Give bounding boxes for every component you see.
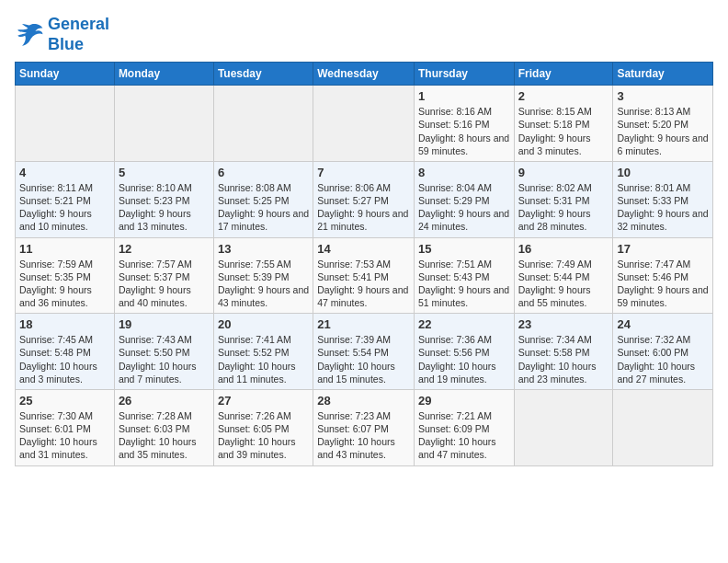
day-info: Sunrise: 8:04 AM Sunset: 5:29 PM Dayligh… bbox=[418, 181, 510, 234]
day-info: Sunrise: 7:30 AM Sunset: 6:01 PM Dayligh… bbox=[19, 409, 110, 462]
day-info: Sunrise: 7:47 AM Sunset: 5:46 PM Dayligh… bbox=[617, 258, 709, 310]
calendar-cell: 2Sunrise: 8:15 AM Sunset: 5:18 PM Daylig… bbox=[514, 86, 613, 162]
day-info: Sunrise: 7:53 AM Sunset: 5:41 PM Dayligh… bbox=[317, 258, 410, 310]
day-number: 17 bbox=[617, 242, 709, 256]
calendar-header-row: SundayMondayTuesdayWednesdayThursdayFrid… bbox=[16, 63, 713, 86]
calendar-cell: 13Sunrise: 7:55 AM Sunset: 5:39 PM Dayli… bbox=[213, 237, 313, 314]
day-info: Sunrise: 8:01 AM Sunset: 5:33 PM Dayligh… bbox=[617, 181, 709, 234]
day-info: Sunrise: 7:41 AM Sunset: 5:52 PM Dayligh… bbox=[218, 333, 309, 385]
calendar-cell: 26Sunrise: 7:28 AM Sunset: 6:03 PM Dayli… bbox=[114, 389, 213, 465]
calendar-cell: 17Sunrise: 7:47 AM Sunset: 5:46 PM Dayli… bbox=[613, 237, 713, 314]
logo-text: General Blue bbox=[48, 15, 109, 54]
day-info: Sunrise: 7:28 AM Sunset: 6:03 PM Dayligh… bbox=[119, 409, 210, 462]
calendar-week-row: 25Sunrise: 7:30 AM Sunset: 6:01 PM Dayli… bbox=[16, 389, 713, 465]
calendar-cell: 20Sunrise: 7:41 AM Sunset: 5:52 PM Dayli… bbox=[213, 314, 313, 390]
day-number: 24 bbox=[617, 317, 709, 331]
day-number: 25 bbox=[19, 394, 110, 408]
day-info: Sunrise: 7:49 AM Sunset: 5:44 PM Dayligh… bbox=[518, 258, 609, 310]
day-info: Sunrise: 7:55 AM Sunset: 5:39 PM Dayligh… bbox=[218, 258, 309, 310]
calendar-cell: 18Sunrise: 7:45 AM Sunset: 5:48 PM Dayli… bbox=[16, 314, 115, 390]
day-number: 21 bbox=[317, 317, 410, 331]
day-number: 4 bbox=[19, 166, 110, 179]
calendar-cell: 21Sunrise: 7:39 AM Sunset: 5:54 PM Dayli… bbox=[313, 314, 415, 390]
day-number: 27 bbox=[218, 394, 309, 408]
day-info: Sunrise: 7:32 AM Sunset: 6:00 PM Dayligh… bbox=[617, 333, 709, 385]
calendar-cell: 29Sunrise: 7:21 AM Sunset: 6:09 PM Dayli… bbox=[414, 389, 514, 465]
day-info: Sunrise: 7:51 AM Sunset: 5:43 PM Dayligh… bbox=[418, 258, 510, 310]
day-info: Sunrise: 8:06 AM Sunset: 5:27 PM Dayligh… bbox=[317, 181, 410, 234]
calendar-week-row: 11Sunrise: 7:59 AM Sunset: 5:35 PM Dayli… bbox=[16, 237, 713, 314]
day-info: Sunrise: 8:11 AM Sunset: 5:21 PM Dayligh… bbox=[19, 181, 110, 234]
day-number: 6 bbox=[218, 166, 309, 179]
calendar-cell: 9Sunrise: 8:02 AM Sunset: 5:31 PM Daylig… bbox=[514, 161, 613, 237]
day-number: 18 bbox=[19, 317, 110, 331]
day-info: Sunrise: 7:23 AM Sunset: 6:07 PM Dayligh… bbox=[317, 409, 410, 462]
header-tuesday: Tuesday bbox=[213, 63, 313, 86]
day-number: 9 bbox=[518, 166, 609, 179]
calendar-cell: 12Sunrise: 7:57 AM Sunset: 5:37 PM Dayli… bbox=[114, 237, 213, 314]
day-info: Sunrise: 7:57 AM Sunset: 5:37 PM Dayligh… bbox=[119, 258, 210, 310]
day-number: 7 bbox=[317, 166, 410, 179]
calendar-cell: 22Sunrise: 7:36 AM Sunset: 5:56 PM Dayli… bbox=[414, 314, 514, 390]
day-info: Sunrise: 7:39 AM Sunset: 5:54 PM Dayligh… bbox=[317, 333, 410, 385]
day-number: 16 bbox=[518, 242, 609, 256]
day-number: 14 bbox=[317, 242, 410, 256]
day-info: Sunrise: 7:21 AM Sunset: 6:09 PM Dayligh… bbox=[418, 409, 510, 462]
day-number: 19 bbox=[119, 317, 210, 331]
calendar-cell: 4Sunrise: 8:11 AM Sunset: 5:21 PM Daylig… bbox=[16, 161, 115, 237]
day-info: Sunrise: 7:36 AM Sunset: 5:56 PM Dayligh… bbox=[418, 333, 510, 385]
calendar-cell: 3Sunrise: 8:13 AM Sunset: 5:20 PM Daylig… bbox=[613, 86, 713, 162]
calendar-cell: 27Sunrise: 7:26 AM Sunset: 6:05 PM Dayli… bbox=[213, 389, 313, 465]
day-info: Sunrise: 8:16 AM Sunset: 5:16 PM Dayligh… bbox=[418, 105, 510, 157]
day-info: Sunrise: 7:34 AM Sunset: 5:58 PM Dayligh… bbox=[518, 333, 609, 385]
logo-bird-icon bbox=[15, 22, 44, 48]
calendar-cell: 19Sunrise: 7:43 AM Sunset: 5:50 PM Dayli… bbox=[114, 314, 213, 390]
calendar-table: SundayMondayTuesdayWednesdayThursdayFrid… bbox=[15, 62, 713, 465]
header-friday: Friday bbox=[514, 63, 613, 86]
page-header: General Blue bbox=[15, 15, 713, 54]
calendar-cell: 1Sunrise: 8:16 AM Sunset: 5:16 PM Daylig… bbox=[414, 86, 514, 162]
day-info: Sunrise: 8:10 AM Sunset: 5:23 PM Dayligh… bbox=[119, 181, 210, 234]
calendar-cell: 11Sunrise: 7:59 AM Sunset: 5:35 PM Dayli… bbox=[16, 237, 115, 314]
day-info: Sunrise: 8:08 AM Sunset: 5:25 PM Dayligh… bbox=[218, 181, 309, 234]
day-number: 2 bbox=[518, 89, 609, 103]
day-info: Sunrise: 7:26 AM Sunset: 6:05 PM Dayligh… bbox=[218, 409, 309, 462]
day-number: 1 bbox=[418, 89, 510, 103]
header-thursday: Thursday bbox=[414, 63, 514, 86]
day-number: 23 bbox=[518, 317, 609, 331]
day-number: 28 bbox=[317, 394, 410, 408]
calendar-cell: 14Sunrise: 7:53 AM Sunset: 5:41 PM Dayli… bbox=[313, 237, 415, 314]
calendar-cell: 5Sunrise: 8:10 AM Sunset: 5:23 PM Daylig… bbox=[114, 161, 213, 237]
calendar-cell: 25Sunrise: 7:30 AM Sunset: 6:01 PM Dayli… bbox=[16, 389, 115, 465]
day-info: Sunrise: 7:59 AM Sunset: 5:35 PM Dayligh… bbox=[19, 258, 110, 310]
day-number: 8 bbox=[418, 166, 510, 179]
calendar-cell: 10Sunrise: 8:01 AM Sunset: 5:33 PM Dayli… bbox=[613, 161, 713, 237]
day-number: 13 bbox=[218, 242, 309, 256]
calendar-cell: 15Sunrise: 7:51 AM Sunset: 5:43 PM Dayli… bbox=[414, 237, 514, 314]
day-info: Sunrise: 8:13 AM Sunset: 5:20 PM Dayligh… bbox=[617, 105, 709, 157]
day-number: 15 bbox=[418, 242, 510, 256]
calendar-cell bbox=[213, 86, 313, 162]
day-info: Sunrise: 8:02 AM Sunset: 5:31 PM Dayligh… bbox=[518, 181, 609, 234]
header-wednesday: Wednesday bbox=[313, 63, 415, 86]
day-number: 3 bbox=[617, 89, 709, 103]
calendar-cell: 23Sunrise: 7:34 AM Sunset: 5:58 PM Dayli… bbox=[514, 314, 613, 390]
calendar-cell bbox=[514, 389, 613, 465]
header-sunday: Sunday bbox=[16, 63, 115, 86]
calendar-cell bbox=[114, 86, 213, 162]
calendar-week-row: 1Sunrise: 8:16 AM Sunset: 5:16 PM Daylig… bbox=[16, 86, 713, 162]
day-info: Sunrise: 7:43 AM Sunset: 5:50 PM Dayligh… bbox=[119, 333, 210, 385]
calendar-week-row: 18Sunrise: 7:45 AM Sunset: 5:48 PM Dayli… bbox=[16, 314, 713, 390]
header-monday: Monday bbox=[114, 63, 213, 86]
calendar-cell: 16Sunrise: 7:49 AM Sunset: 5:44 PM Dayli… bbox=[514, 237, 613, 314]
day-number: 5 bbox=[119, 166, 210, 179]
day-info: Sunrise: 8:15 AM Sunset: 5:18 PM Dayligh… bbox=[518, 105, 609, 157]
calendar-cell: 24Sunrise: 7:32 AM Sunset: 6:00 PM Dayli… bbox=[613, 314, 713, 390]
calendar-cell: 7Sunrise: 8:06 AM Sunset: 5:27 PM Daylig… bbox=[313, 161, 415, 237]
logo: General Blue bbox=[15, 15, 109, 54]
day-number: 29 bbox=[418, 394, 510, 408]
header-saturday: Saturday bbox=[613, 63, 713, 86]
calendar-week-row: 4Sunrise: 8:11 AM Sunset: 5:21 PM Daylig… bbox=[16, 161, 713, 237]
day-number: 12 bbox=[119, 242, 210, 256]
day-number: 22 bbox=[418, 317, 510, 331]
